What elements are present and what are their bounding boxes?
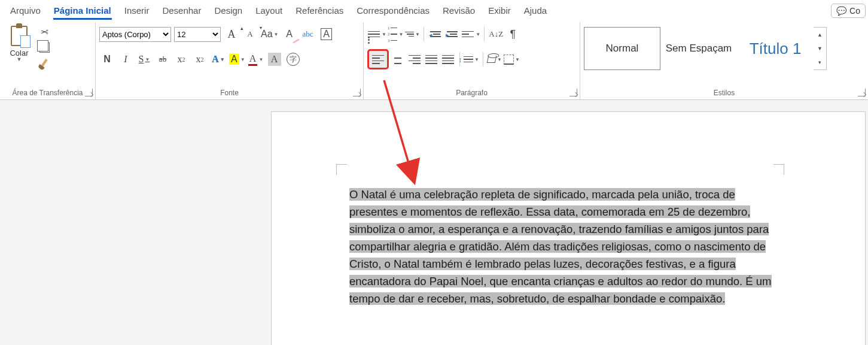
tab-design[interactable]: Design xyxy=(208,1,249,20)
justify-button[interactable] xyxy=(424,52,439,67)
phonetic-guide-button[interactable]: abc xyxy=(300,26,316,42)
show-paragraph-marks-button[interactable]: ¶ xyxy=(505,26,520,42)
justify-icon xyxy=(425,53,438,65)
shrink-font-button[interactable]: A▾ xyxy=(242,26,258,42)
paragraph-launcher[interactable] xyxy=(569,89,577,96)
copy-icon xyxy=(39,43,50,53)
bucket-icon xyxy=(487,56,497,63)
tab-mailings[interactable]: Correspondências xyxy=(350,1,436,20)
bullets-button[interactable]: ▼ xyxy=(367,26,386,42)
borders-button[interactable]: ▼ xyxy=(504,52,520,67)
tab-view[interactable]: Exibir xyxy=(482,1,517,20)
paste-icon xyxy=(11,26,28,46)
styles-gallery-more[interactable]: ▲▼▾ xyxy=(814,27,827,70)
change-case-button[interactable]: Aa▼ xyxy=(261,26,279,42)
multilevel-list-button[interactable]: ▼ xyxy=(404,26,420,42)
align-right-icon xyxy=(408,53,421,65)
cut-button[interactable] xyxy=(38,26,50,38)
italic-button[interactable]: I xyxy=(118,52,133,67)
tab-layout[interactable]: Layout xyxy=(249,1,289,20)
selected-text[interactable]: O Natal é uma celebração repleta de sign… xyxy=(349,188,772,305)
style-no-spacing[interactable]: Sem Espaçam xyxy=(660,27,737,70)
subscript-button[interactable]: x2 xyxy=(173,52,189,67)
page[interactable]: O Natal é uma celebração repleta de sign… xyxy=(272,112,865,345)
numbering-button[interactable]: 123▼ xyxy=(388,26,403,42)
clipboard-launcher[interactable] xyxy=(85,89,93,96)
bold-button[interactable]: N xyxy=(99,52,115,67)
highlight-color-button[interactable]: A▼ xyxy=(229,52,245,67)
tab-home[interactable]: Página Inicial xyxy=(47,1,118,20)
tab-help[interactable]: Ajuda xyxy=(517,1,553,20)
comments-label: Co xyxy=(849,6,860,16)
document-body[interactable]: O Natal é uma celebração repleta de sign… xyxy=(349,186,775,307)
align-left-icon xyxy=(371,53,385,65)
char-shading-button[interactable]: A xyxy=(267,52,282,67)
comments-button[interactable]: 💬 Co xyxy=(831,4,866,18)
sort-button[interactable]: A↓Z xyxy=(488,26,504,42)
tab-review[interactable]: Revisão xyxy=(436,1,482,20)
ltr-icon xyxy=(461,28,474,40)
group-font: Aptos (Corpo) 12 A▴ A▾ Aa▼ A abc A N I S… xyxy=(96,22,364,99)
numbering-icon: 123 xyxy=(388,26,398,43)
paste-button[interactable]: Colar ▼ xyxy=(4,25,35,62)
enclose-characters-button[interactable]: 字 xyxy=(285,52,301,67)
increase-indent-button[interactable] xyxy=(444,26,460,42)
group-paragraph: ▼ 123▼ ▼ ▼ A↓Z ¶ xyxy=(364,22,580,99)
font-color-button[interactable]: A▼ xyxy=(248,52,264,67)
ltr-direction-button[interactable]: ▼ xyxy=(461,26,480,42)
ribbon-tabs: Arquivo Página Inicial Inserir Desenhar … xyxy=(0,0,868,22)
align-right-button[interactable] xyxy=(407,52,422,67)
style-normal[interactable]: Normal xyxy=(584,27,660,70)
shading-button[interactable]: ▼ xyxy=(487,52,502,67)
styles-launcher[interactable] xyxy=(858,89,866,96)
align-left-button[interactable] xyxy=(367,49,389,69)
font-launcher[interactable] xyxy=(353,89,361,96)
line-spacing-icon xyxy=(464,56,473,63)
tab-insert[interactable]: Inserir xyxy=(118,1,156,20)
clear-formatting-button[interactable]: A xyxy=(282,26,297,42)
copy-button[interactable] xyxy=(38,41,50,53)
group-label-paragraph: Parágrafo xyxy=(367,86,576,99)
character-border-button[interactable]: A xyxy=(319,26,334,42)
border-icon xyxy=(504,55,514,65)
group-styles: Normal Sem Espaçam Título 1 ▲▼▾ Estilos xyxy=(580,22,868,99)
multilevel-icon xyxy=(405,32,414,37)
align-center-icon xyxy=(391,53,404,65)
style-heading1[interactable]: Título 1 xyxy=(737,27,814,70)
tab-file[interactable]: Arquivo xyxy=(4,1,47,20)
group-label-styles: Estilos xyxy=(584,86,864,99)
format-painter-button[interactable] xyxy=(38,57,50,69)
ribbon: Colar ▼ Área de Transferência Aptos (Cor… xyxy=(0,22,868,100)
indent-icon xyxy=(447,31,458,37)
group-clipboard: Colar ▼ Área de Transferência xyxy=(0,22,96,99)
margin-corner-tr xyxy=(773,164,784,175)
distributed-icon xyxy=(441,53,455,65)
chevron-down-icon: ▼ xyxy=(17,56,22,62)
underline-button[interactable]: S▼ xyxy=(136,52,152,67)
tab-draw[interactable]: Desenhar xyxy=(156,1,208,20)
font-name-select[interactable]: Aptos (Corpo) xyxy=(99,27,171,42)
tab-references[interactable]: Referências xyxy=(289,1,350,20)
document-canvas[interactable]: O Natal é uma celebração repleta de sign… xyxy=(0,100,868,345)
comment-icon: 💬 xyxy=(836,6,846,16)
distributed-button[interactable] xyxy=(440,52,456,67)
grow-font-button[interactable]: A▴ xyxy=(224,26,239,42)
bullets-icon xyxy=(367,28,380,40)
text-effects-button[interactable]: A▼ xyxy=(211,52,226,67)
superscript-button[interactable]: x2 xyxy=(192,52,208,67)
brush-icon xyxy=(41,59,47,67)
outdent-icon xyxy=(430,31,441,37)
group-label-clipboard: Área de Transferência xyxy=(4,86,92,99)
align-center-button[interactable] xyxy=(390,52,406,67)
margin-corner-tl xyxy=(336,164,347,175)
decrease-indent-button[interactable] xyxy=(428,26,443,42)
strikethrough-button[interactable]: ab xyxy=(155,52,170,67)
line-spacing-button[interactable]: ▼ xyxy=(464,52,479,67)
group-label-font: Fonte xyxy=(99,86,360,99)
font-size-select[interactable]: 12 xyxy=(174,27,221,42)
